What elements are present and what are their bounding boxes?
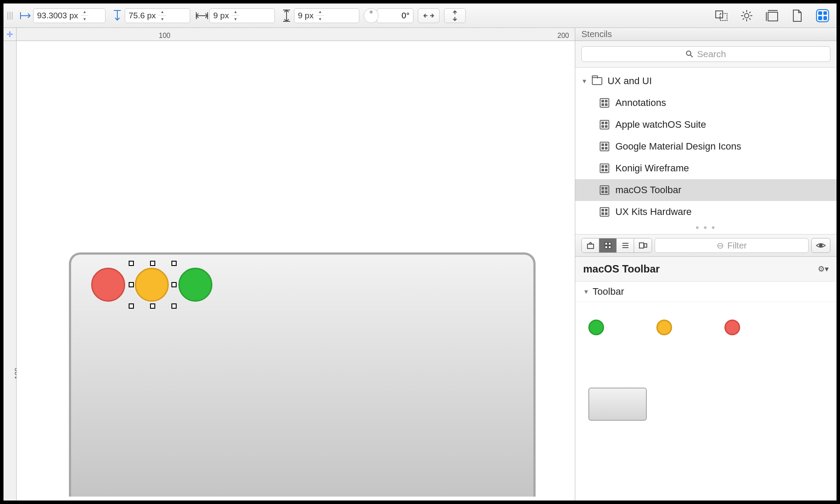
stencil-green-circle[interactable] bbox=[588, 320, 604, 335]
tree-item[interactable]: Annotations bbox=[575, 92, 837, 114]
svg-line-25 bbox=[690, 55, 693, 57]
svg-rect-34 bbox=[639, 243, 644, 248]
tree-item-label: Annotations bbox=[615, 97, 666, 109]
folder-label: UX and UI bbox=[608, 75, 652, 87]
preview-toggle-button[interactable] bbox=[811, 238, 830, 253]
close-traffic-light[interactable] bbox=[91, 268, 125, 302]
geometry-toolbar: 93.3003 px ▲▼ 75.6 px ▲▼ 9 px ▲▼ bbox=[3, 3, 837, 28]
view-detail-button[interactable] bbox=[634, 238, 652, 252]
section-name: Toolbar bbox=[593, 286, 624, 297]
resize-handle-ne[interactable] bbox=[171, 261, 177, 266]
stencil-icon bbox=[600, 98, 609, 108]
canvas-size-icon[interactable] bbox=[763, 7, 781, 24]
filter-placeholder: Filter bbox=[727, 241, 747, 251]
svg-line-19 bbox=[743, 18, 744, 20]
svg-rect-35 bbox=[644, 244, 647, 247]
canvas[interactable] bbox=[17, 41, 575, 501]
view-mode-segment bbox=[581, 238, 652, 253]
disclosure-triangle-icon[interactable]: ▼ bbox=[583, 288, 589, 295]
view-grid-button[interactable] bbox=[599, 238, 617, 252]
rotation-dial[interactable] bbox=[364, 8, 379, 23]
zoom-traffic-light[interactable] bbox=[178, 268, 212, 302]
stencil-icon bbox=[600, 207, 609, 217]
disclosure-triangle-icon[interactable]: ▼ bbox=[581, 78, 589, 85]
stencil-search-input[interactable]: Search bbox=[581, 46, 830, 62]
width-field: 9 px ▲▼ bbox=[195, 8, 275, 23]
tree-folder-ux-ui[interactable]: ▼ UX and UI bbox=[575, 70, 837, 92]
height-field: 9 px ▲▼ bbox=[279, 8, 359, 23]
height-stepper[interactable]: ▲▼ bbox=[316, 9, 324, 23]
tree-item[interactable]: Apple watchOS Suite bbox=[575, 114, 837, 136]
resize-handle-s[interactable] bbox=[150, 303, 155, 309]
svg-line-20 bbox=[749, 12, 751, 13]
resize-handle-se[interactable] bbox=[171, 303, 177, 309]
stencil-toolbar-rect[interactable] bbox=[588, 388, 647, 421]
x-input[interactable]: 93.3003 px ▲▼ bbox=[33, 8, 106, 23]
horizontal-ruler[interactable]: 100 200 bbox=[17, 28, 575, 41]
x-position-field: 93.3003 px ▲▼ bbox=[18, 8, 106, 23]
x-arrow-icon bbox=[18, 8, 33, 23]
stencil-icon bbox=[600, 163, 609, 173]
folder-icon bbox=[592, 77, 602, 85]
ruler-h-tick: 100 bbox=[159, 32, 171, 40]
y-position-field: 75.6 px ▲▼ bbox=[110, 8, 190, 23]
ruler-h-tick: 200 bbox=[557, 32, 569, 40]
height-icon bbox=[279, 8, 294, 23]
tree-item[interactable]: Konigi Wireframe bbox=[575, 157, 837, 179]
resize-handle-n[interactable] bbox=[150, 261, 155, 266]
svg-line-17 bbox=[743, 12, 744, 13]
svg-rect-26 bbox=[587, 244, 594, 249]
stencil-yellow-circle[interactable] bbox=[656, 320, 672, 335]
svg-rect-30 bbox=[608, 246, 611, 249]
stencil-filter-input[interactable]: ⊖ Filter bbox=[655, 238, 809, 253]
stencil-tree: ▼ UX and UI AnnotationsApple watchOS Sui… bbox=[575, 68, 837, 235]
search-placeholder: Search bbox=[697, 49, 726, 59]
section-header[interactable]: ▼ Toolbar bbox=[575, 282, 837, 302]
sidebar-title: Stencils bbox=[575, 28, 837, 41]
tree-item[interactable]: macOS Toolbar bbox=[575, 179, 837, 201]
stencil-red-circle[interactable] bbox=[724, 320, 740, 335]
svg-rect-21 bbox=[768, 12, 778, 21]
view-list-button[interactable] bbox=[617, 238, 634, 252]
y-input[interactable]: 75.6 px ▲▼ bbox=[125, 8, 190, 23]
tree-item-label: macOS Toolbar bbox=[615, 184, 681, 196]
svg-point-24 bbox=[686, 51, 691, 55]
width-input[interactable]: 9 px ▲▼ bbox=[209, 8, 275, 23]
ruler-origin-icon[interactable]: ✛ bbox=[3, 28, 17, 41]
y-stepper[interactable]: ▲▼ bbox=[158, 9, 166, 23]
stencil-settings-gear-icon[interactable]: ⚙︎▾ bbox=[818, 264, 829, 274]
rotation-field: 0° bbox=[364, 8, 413, 23]
stencil-title: macOS Toolbar bbox=[583, 263, 660, 275]
height-value: 9 px bbox=[298, 11, 314, 20]
height-input[interactable]: 9 px ▲▼ bbox=[294, 8, 359, 23]
stencils-grid-icon[interactable] bbox=[814, 7, 831, 24]
stencils-sidebar: Stencils Search ▼ UX and UI AnnotationsA… bbox=[575, 28, 837, 501]
flip-vertical-button[interactable] bbox=[444, 8, 466, 23]
inspector-tabs bbox=[713, 7, 834, 24]
object-inspector-icon[interactable] bbox=[713, 7, 730, 24]
flip-horizontal-button[interactable] bbox=[418, 8, 440, 23]
document-icon[interactable] bbox=[789, 7, 806, 24]
tree-item[interactable]: UX Kits Hardware bbox=[575, 201, 837, 223]
view-favorites-button[interactable] bbox=[582, 238, 599, 252]
x-stepper[interactable]: ▲▼ bbox=[81, 9, 89, 23]
toolbar-grip-icon[interactable] bbox=[6, 12, 14, 20]
resize-handle-e[interactable] bbox=[171, 282, 177, 287]
tree-resize-handle[interactable]: ● ● ● bbox=[575, 223, 837, 232]
rotation-input[interactable]: 0° bbox=[377, 8, 413, 23]
stencil-icon bbox=[600, 185, 609, 195]
tree-item-label: Google Material Design Icons bbox=[615, 141, 741, 152]
resize-handle-nw[interactable] bbox=[129, 261, 134, 266]
width-stepper[interactable]: ▲▼ bbox=[232, 9, 239, 23]
x-value: 93.3003 px bbox=[37, 11, 78, 20]
properties-gear-icon[interactable] bbox=[738, 7, 755, 24]
width-value: 9 px bbox=[213, 11, 229, 20]
svg-rect-11 bbox=[720, 14, 727, 20]
selection-handles[interactable] bbox=[131, 263, 174, 306]
resize-handle-w[interactable] bbox=[129, 282, 134, 287]
resize-handle-sw[interactable] bbox=[129, 303, 134, 309]
rotation-value: 0° bbox=[402, 11, 410, 20]
vertical-ruler[interactable]: 100 bbox=[3, 41, 17, 501]
tree-item[interactable]: Google Material Design Icons bbox=[575, 136, 837, 157]
tree-item-label: Apple watchOS Suite bbox=[615, 119, 706, 130]
